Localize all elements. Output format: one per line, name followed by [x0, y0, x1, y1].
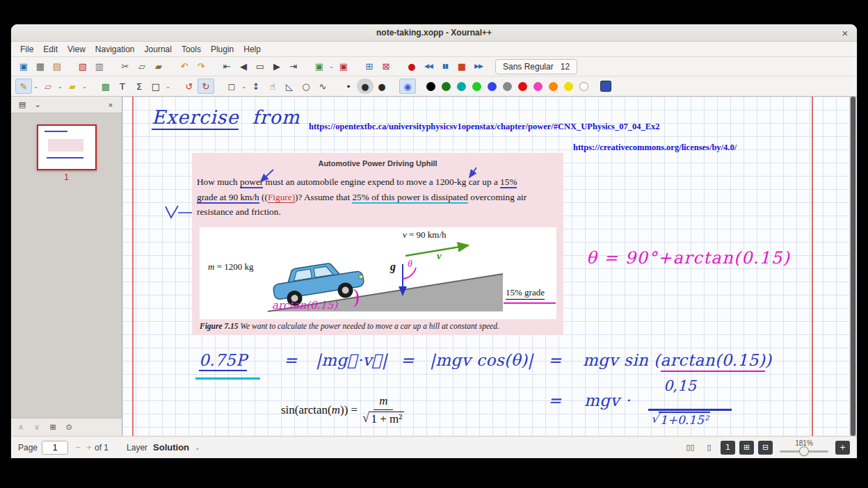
export-button[interactable]: ▥	[91, 59, 108, 74]
pair-pages-button[interactable]: ⊠	[378, 59, 394, 74]
rotate-right-button[interactable]: ↻	[198, 79, 214, 94]
screen: note-taking.xopp - Xournal++ × FileEditV…	[0, 0, 868, 488]
save-button[interactable]: ▣	[15, 59, 32, 74]
license-url[interactable]: https://creativecommons.org/licenses/by/…	[573, 143, 737, 153]
add-page-button[interactable]: ▣	[311, 59, 328, 74]
page-number-input[interactable]	[42, 441, 68, 455]
sidebar-down-button[interactable]: ∨	[30, 421, 44, 434]
color-magenta-button[interactable]	[530, 79, 545, 94]
record-button[interactable]: ●	[403, 59, 420, 74]
text-tool-button[interactable]: T	[114, 79, 131, 94]
export-pdf-button[interactable]: ▧	[74, 59, 91, 74]
eraser-dropdown[interactable]: ⌄	[56, 79, 64, 94]
menu-tools[interactable]: Tools	[177, 43, 206, 56]
fill-style-button[interactable]: ◉	[399, 79, 416, 94]
figure-link[interactable]: Figure)	[268, 192, 295, 203]
copy-button[interactable]: ▱	[134, 59, 150, 74]
color-orange-button[interactable]	[545, 79, 561, 94]
font-selector[interactable]: Sans Regular 12	[495, 59, 577, 74]
line-width-thick-button[interactable]: ●	[373, 79, 390, 94]
shape-tool-button[interactable]: □	[147, 79, 164, 94]
sidebar-preview-button[interactable]: ▤	[15, 99, 29, 111]
eraser-tool-button[interactable]: ▱	[40, 79, 56, 94]
chevron-down-icon: ⌄	[82, 83, 88, 90]
forward-button[interactable]: ▶▶	[470, 59, 487, 74]
vertical-space-button[interactable]: ↕	[248, 79, 264, 94]
page-minus-button[interactable]: −	[72, 442, 83, 453]
sidebar-dropdown[interactable]: ⌄	[31, 99, 45, 111]
zoom-slider-handle[interactable]	[800, 447, 808, 455]
dual-page-view-button[interactable]: ▯▯	[683, 441, 698, 455]
sidebar-target-button[interactable]: ⊙	[62, 421, 76, 434]
source-url[interactable]: https://opentextbc.ca/universityphysicsv…	[309, 122, 660, 132]
color-darkgreen-button[interactable]	[438, 79, 453, 94]
color-black-button[interactable]	[423, 79, 438, 94]
previous-page-button[interactable]: ◀	[235, 59, 252, 74]
shape-dropdown[interactable]: ⌄	[164, 79, 172, 94]
last-page-button[interactable]: ⇥	[285, 59, 302, 74]
scrollbar-thumb[interactable]	[851, 97, 855, 436]
highlighter-tool-button[interactable]: ▰	[64, 79, 81, 94]
next-page-button[interactable]: ▶	[268, 59, 285, 74]
zoom-in-button[interactable]: +	[835, 441, 850, 455]
rewind-button[interactable]: ◀◀	[420, 59, 437, 74]
first-page-button[interactable]: ⇤	[218, 59, 235, 74]
zoom-fit-button[interactable]: ⊞	[739, 441, 754, 455]
open-button[interactable]: ▤	[49, 59, 65, 74]
pen-tool-button[interactable]: ✎	[15, 79, 32, 94]
hand-tool-button[interactable]: ☝	[264, 79, 281, 94]
zoom-original-button[interactable]: ⊟	[758, 441, 773, 455]
menu-navigation[interactable]: Navigation	[90, 43, 140, 56]
color-gray-button[interactable]	[499, 79, 515, 94]
sidebar-close-button[interactable]: ×	[104, 99, 118, 111]
zoom-slider[interactable]	[780, 447, 828, 455]
menu-help[interactable]: Help	[239, 43, 266, 56]
cut-button[interactable]: ✂	[117, 59, 134, 74]
fullscreen-button[interactable]: ⊞	[361, 59, 378, 74]
page-thumbnail[interactable]	[37, 124, 97, 170]
paste-button[interactable]: ▰	[150, 59, 167, 74]
rotate-left-button[interactable]: ↺	[181, 79, 198, 94]
menu-file[interactable]: File	[15, 43, 38, 56]
delete-page-button[interactable]: ▣	[335, 59, 352, 74]
vertical-scrollbar[interactable]	[850, 97, 856, 436]
window-close-button[interactable]: ×	[839, 26, 851, 39]
layer-selector[interactable]: Solution	[153, 442, 189, 453]
pause-button[interactable]: ▮▮	[437, 59, 453, 74]
color-blue-button[interactable]	[484, 79, 499, 94]
color-white-button[interactable]	[576, 79, 591, 94]
color-teal-button[interactable]	[453, 79, 469, 94]
menu-edit[interactable]: Edit	[38, 43, 63, 56]
stop-button[interactable]: ■	[453, 59, 470, 74]
menu-journal[interactable]: Journal	[140, 43, 177, 56]
select-region-button[interactable]: ◻	[223, 79, 240, 94]
redo-button[interactable]: ↷	[193, 59, 209, 74]
page-indicator-button[interactable]: 1	[721, 441, 735, 455]
menu-plugin[interactable]: Plugin	[206, 43, 239, 56]
math-tex-button[interactable]: Σ	[131, 79, 147, 94]
print-button[interactable]: ▦	[32, 59, 49, 74]
page-overview-button[interactable]: ▭	[252, 59, 268, 74]
color-green-button[interactable]	[469, 79, 484, 94]
menu-view[interactable]: View	[63, 43, 90, 56]
undo-button[interactable]: ↶	[176, 59, 193, 74]
pen-dropdown[interactable]: ⌄	[32, 79, 40, 94]
color-picker-button[interactable]	[598, 79, 613, 94]
canvas[interactable]: Exercise from https://opentextbc.ca/univ…	[122, 97, 850, 436]
fraction-bar	[648, 409, 732, 411]
spline-tool-button[interactable]: ∿	[314, 79, 331, 94]
single-page-view-button[interactable]: ▯	[702, 441, 716, 455]
add-page-dropdown[interactable]: ⌄	[328, 59, 335, 74]
select-dropdown[interactable]: ⌄	[240, 79, 248, 94]
shape-recognizer-button[interactable]: ◺	[281, 79, 298, 94]
sidebar-up-button[interactable]: ∧	[14, 421, 28, 434]
page-plus-button[interactable]: +	[83, 442, 95, 453]
sidebar-copy-button[interactable]: ⊞	[46, 421, 60, 434]
color-red-button[interactable]	[515, 79, 530, 94]
line-width-medium-button[interactable]: ●	[357, 79, 373, 94]
line-width-fine-button[interactable]: •	[340, 79, 357, 94]
highlighter-dropdown[interactable]: ⌄	[81, 79, 88, 94]
color-yellow-button[interactable]	[561, 79, 576, 94]
image-tool-button[interactable]: ▩	[97, 79, 114, 94]
ellipse-tool-button[interactable]: ○	[298, 79, 314, 94]
